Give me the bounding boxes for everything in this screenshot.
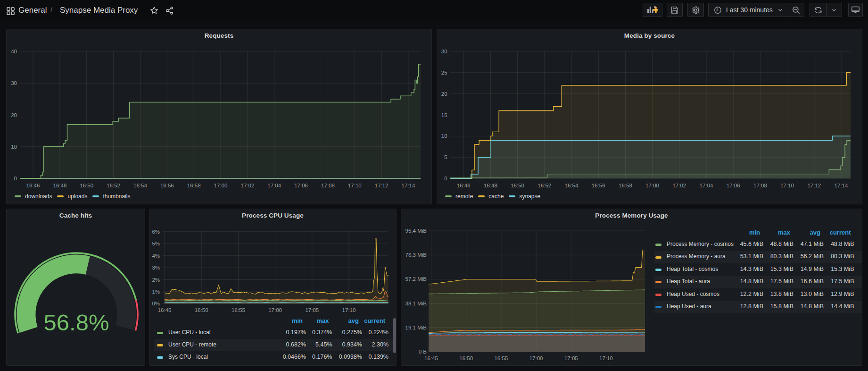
svg-text:16:56: 16:56 [160, 183, 174, 188]
svg-text:17:08: 17:08 [753, 183, 767, 188]
svg-text:17:00: 17:00 [645, 183, 659, 188]
svg-text:17:10: 17:10 [780, 183, 794, 188]
svg-text:17:00: 17:00 [268, 307, 282, 313]
svg-text:16:58: 16:58 [187, 183, 201, 188]
svg-text:95.4 MiB: 95.4 MiB [405, 228, 427, 234]
svg-text:16:56: 16:56 [592, 183, 605, 188]
svg-text:16:54: 16:54 [565, 183, 579, 188]
svg-text:0%: 0% [152, 301, 160, 306]
svg-text:16:45: 16:45 [158, 307, 172, 313]
svg-text:6%: 6% [152, 229, 160, 235]
svg-text:5%: 5% [152, 241, 160, 246]
svg-text:19.1 MiB: 19.1 MiB [405, 325, 427, 330]
svg-text:56.8%: 56.8% [44, 310, 109, 335]
svg-text:76.3 MiB: 76.3 MiB [405, 252, 427, 258]
svg-text:16:52: 16:52 [537, 183, 551, 188]
svg-text:1%: 1% [152, 289, 160, 295]
svg-text:17:14: 17:14 [835, 183, 848, 188]
svg-text:5: 5 [444, 154, 447, 160]
svg-text:16:55: 16:55 [495, 355, 508, 361]
svg-text:16:45: 16:45 [424, 355, 438, 361]
svg-text:38.1 MiB: 38.1 MiB [405, 301, 427, 306]
svg-text:16:52: 16:52 [107, 183, 120, 188]
svg-text:17:10: 17:10 [348, 183, 362, 188]
svg-text:17:04: 17:04 [267, 183, 281, 188]
svg-text:17:12: 17:12 [375, 183, 389, 188]
svg-text:16:50: 16:50 [511, 183, 524, 188]
svg-text:16:58: 16:58 [619, 183, 632, 188]
svg-text:16:48: 16:48 [53, 183, 67, 188]
svg-text:17:05: 17:05 [305, 307, 319, 313]
svg-text:17:08: 17:08 [321, 183, 335, 188]
svg-text:30: 30 [11, 80, 17, 86]
svg-text:17:02: 17:02 [241, 183, 255, 188]
svg-text:17:10: 17:10 [342, 307, 356, 313]
svg-text:10: 10 [11, 144, 17, 150]
svg-text:20: 20 [11, 112, 17, 118]
svg-text:20: 20 [441, 91, 447, 97]
svg-text:16:46: 16:46 [457, 183, 471, 188]
svg-text:17:10: 17:10 [599, 355, 613, 361]
svg-text:17:06: 17:06 [294, 183, 308, 188]
svg-text:2%: 2% [152, 277, 160, 283]
svg-text:16:50: 16:50 [195, 307, 208, 313]
svg-text:17:00: 17:00 [529, 355, 543, 361]
svg-text:15: 15 [441, 112, 447, 118]
svg-text:17:04: 17:04 [700, 183, 713, 188]
svg-text:17:05: 17:05 [564, 355, 578, 361]
svg-text:30: 30 [441, 49, 447, 54]
svg-text:17:12: 17:12 [807, 183, 821, 188]
svg-text:0 B: 0 B [419, 349, 427, 354]
svg-text:16:46: 16:46 [26, 183, 40, 188]
svg-text:17:02: 17:02 [672, 183, 686, 188]
svg-text:0: 0 [444, 176, 447, 181]
svg-text:17:06: 17:06 [727, 183, 740, 188]
svg-text:0: 0 [14, 176, 17, 181]
svg-text:25: 25 [441, 70, 447, 76]
svg-text:10: 10 [441, 133, 447, 139]
svg-text:17:00: 17:00 [214, 183, 228, 188]
svg-text:16:48: 16:48 [484, 183, 497, 188]
svg-text:4%: 4% [152, 253, 160, 259]
svg-text:40: 40 [11, 49, 17, 54]
svg-text:17:14: 17:14 [402, 183, 415, 188]
svg-text:16:50: 16:50 [459, 355, 473, 361]
svg-text:3%: 3% [152, 265, 160, 270]
svg-text:16:54: 16:54 [133, 183, 147, 188]
svg-text:16:50: 16:50 [80, 183, 93, 188]
svg-text:16:55: 16:55 [231, 307, 245, 313]
svg-text:57.2 MiB: 57.2 MiB [405, 276, 427, 282]
